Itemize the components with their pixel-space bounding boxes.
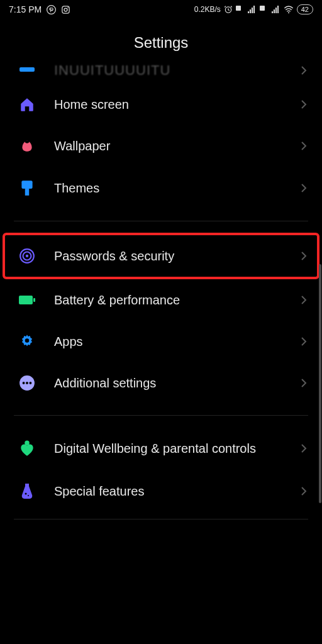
alarm-icon [224,5,233,14]
status-bar: 7:15 PM 0.2KB/s 42 [0,0,322,19]
row-label: Battery & performance [39,292,301,308]
pinterest-icon [47,5,56,14]
row-digital-wellbeing[interactable]: Digital Wellbeing & parental controls [5,427,317,470]
svg-point-0 [47,5,56,14]
chevron-right-icon [301,336,307,347]
svg-rect-16 [19,67,35,72]
svg-rect-24 [33,298,35,302]
svg-rect-7 [250,9,251,13]
chevron-right-icon [301,378,307,388]
wifi-icon [284,5,294,14]
sim1-icon [236,6,245,13]
svg-rect-23 [19,296,33,304]
scroll-indicator[interactable] [319,264,321,503]
chevron-right-icon [301,251,307,261]
svg-point-31 [25,492,27,494]
signal2-icon [272,6,280,13]
svg-rect-6 [248,11,249,13]
settings-list: INUUITUUUUITU Home screen Wallpaper Them… [0,62,322,519]
row-label: Passwords & security [39,248,301,264]
row-themes[interactable]: Themes [5,167,317,209]
signal1-icon [248,6,257,13]
svg-point-17 [25,140,30,143]
divider [14,415,308,416]
row-label: Home screen [39,96,301,113]
svg-rect-8 [252,8,253,13]
row-notifications[interactable]: INUUITUUUUITU [5,62,317,84]
data-rate: 0.2KB/s [194,5,221,14]
row-label: Wallpaper [39,138,301,154]
row-home-screen[interactable]: Home screen [5,84,317,125]
svg-point-27 [23,382,25,384]
row-label: INUUITUUUUITU [39,62,301,80]
row-passwords-security[interactable]: Passwords & security [3,233,319,279]
row-wallpaper[interactable]: Wallpaper [5,125,317,167]
svg-point-29 [29,382,31,384]
row-apps[interactable]: Apps [5,321,317,362]
gear-icon [15,333,39,350]
chevron-right-icon [301,141,307,151]
more-icon [15,375,39,391]
row-battery-performance[interactable]: Battery & performance [5,279,317,321]
svg-point-2 [64,8,67,11]
svg-rect-9 [253,6,255,13]
chevron-right-icon [301,486,307,496]
svg-rect-5 [236,6,241,11]
svg-rect-10 [260,6,265,11]
row-label: Special features [39,483,301,499]
wallpaper-icon [15,138,39,154]
battery-indicator: 42 [297,4,313,14]
svg-point-25 [25,338,30,343]
svg-rect-11 [272,11,273,13]
svg-point-28 [26,382,28,384]
chevron-right-icon [301,65,307,75]
row-label: Digital Wellbeing & parental controls [39,440,301,457]
row-label: Themes [39,180,301,196]
row-label: Apps [39,333,301,350]
wellbeing-icon [15,440,39,457]
instagram-icon [61,5,70,14]
flask-icon [15,482,39,500]
row-label: Additional settings [39,375,301,391]
row-special-features[interactable]: Special features [5,470,317,513]
fingerprint-icon [15,248,39,264]
notifications-icon [15,67,39,74]
status-time: 7:15 PM [9,4,42,14]
page-title: Settings [0,19,322,63]
divider [14,221,308,221]
chevron-right-icon [301,443,307,453]
svg-rect-19 [25,189,29,196]
themes-icon [15,179,39,197]
chevron-right-icon [301,99,307,109]
battery-icon [15,294,39,306]
svg-point-15 [288,12,289,13]
status-left: 7:15 PM [9,4,70,14]
row-additional-settings[interactable]: Additional settings [5,362,317,404]
status-right: 0.2KB/s 42 [194,4,313,14]
svg-rect-14 [277,6,279,13]
sim2-icon [260,6,269,13]
divider [14,519,308,519]
svg-rect-12 [274,9,275,13]
home-icon [15,96,39,113]
chevron-right-icon [301,183,307,193]
svg-point-3 [67,7,69,8]
svg-rect-18 [21,180,32,189]
chevron-right-icon [301,295,307,305]
svg-point-32 [28,495,29,496]
svg-rect-13 [275,8,277,13]
svg-point-22 [26,254,28,257]
